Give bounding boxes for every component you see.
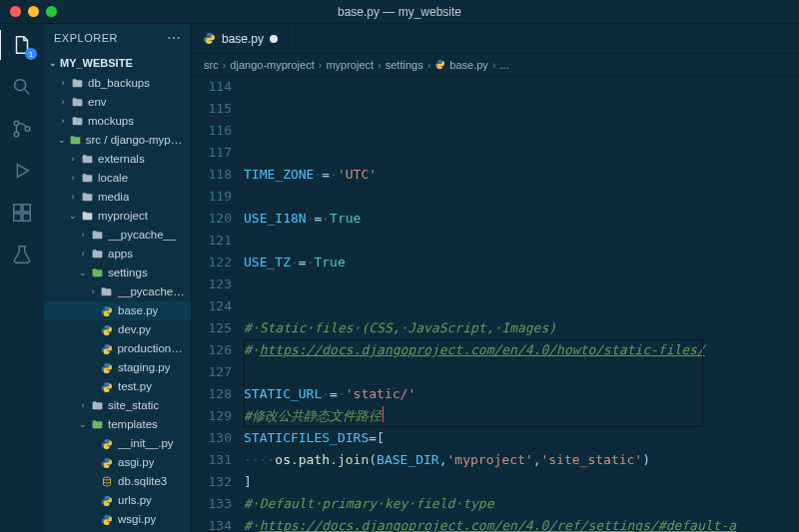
file-item[interactable]: ›urls.py [44, 491, 191, 510]
breadcrumb-part[interactable]: myproject [326, 59, 374, 71]
folder-item[interactable]: ⌄settings [44, 264, 191, 282]
tree-label: __init__.py [118, 434, 174, 453]
tab-base[interactable]: base.py [192, 24, 289, 53]
folder-item[interactable]: ›mockups [44, 112, 191, 131]
folder-icon [70, 77, 84, 91]
minimize-icon[interactable] [28, 6, 39, 17]
breadcrumb-part[interactable]: ... [500, 59, 509, 71]
tree-label: staging.py [118, 358, 170, 377]
tab-row: base.py [192, 24, 799, 54]
folder-item[interactable]: ›externals [44, 150, 191, 169]
code-line[interactable]: STATICFILES_DIRS=[ [244, 427, 799, 449]
file-item[interactable]: ›__init__.py [44, 434, 191, 453]
maximize-icon[interactable] [46, 6, 57, 17]
window-title: base.py — my_website [338, 5, 461, 19]
code-line[interactable]: ] [244, 471, 799, 493]
folder-item[interactable]: ›__pycache__ [44, 282, 191, 301]
tree-label: apps [108, 245, 133, 264]
file-item[interactable]: ›dev.py [44, 320, 191, 339]
source-control-icon[interactable] [9, 116, 35, 142]
breadcrumbs[interactable]: src›django-myproject›myproject›settings›… [192, 54, 799, 76]
code-line[interactable]: #修改公共静态文件路径 [244, 405, 799, 427]
folder-item[interactable]: ⌄myproject [44, 207, 191, 226]
beaker-icon[interactable] [9, 242, 35, 267]
folder-icon [100, 285, 114, 299]
svg-rect-7 [23, 214, 30, 221]
code-line[interactable]: #·Static·files·(CSS,·JavaScript,·Images) [244, 317, 799, 339]
line-number: 120 [192, 208, 232, 230]
code-line[interactable] [244, 230, 799, 252]
code-line[interactable]: USE_TZ·=·True [244, 252, 799, 273]
chevron-icon: › [58, 112, 68, 131]
line-number: 114 [192, 76, 232, 98]
python-icon [100, 437, 114, 451]
code-line[interactable]: USE_I18N·=·True [244, 208, 799, 230]
folder-item[interactable]: ›apps [44, 245, 191, 264]
breadcrumb-part[interactable]: settings [386, 59, 423, 71]
close-icon[interactable] [10, 6, 21, 17]
code-line[interactable] [244, 142, 799, 164]
code-line[interactable] [244, 186, 799, 208]
svg-point-1 [14, 121, 19, 126]
line-number: 129 [192, 405, 232, 427]
chevron-icon: › [78, 245, 88, 264]
extensions-icon[interactable] [9, 200, 35, 226]
folder-icon [90, 248, 104, 262]
folder-item[interactable]: ›locale [44, 169, 191, 188]
file-item[interactable]: ›asgi.py [44, 453, 191, 472]
code-line[interactable] [244, 361, 799, 383]
folder-item[interactable]: ⌄src / django-myproject [44, 131, 191, 150]
tree-label: urls.py [118, 491, 152, 510]
file-item[interactable]: ›test.py [44, 377, 191, 396]
line-number: 132 [192, 471, 232, 493]
file-item[interactable]: ›production.py [44, 339, 191, 358]
folder-item[interactable]: ›__pycache__ [44, 226, 191, 245]
file-item[interactable]: ›db.sqlite3 [44, 472, 191, 491]
breadcrumb-part[interactable]: src [204, 59, 219, 71]
tree-label: asgi.py [118, 453, 154, 472]
search-icon[interactable] [9, 74, 35, 100]
folder-item[interactable]: ›media [44, 188, 191, 207]
folder-item[interactable]: ⌄templates [44, 415, 191, 434]
chevron-icon: › [88, 282, 98, 301]
file-item[interactable]: ›base.py [44, 301, 191, 320]
code-line[interactable]: STATIC_URL·=·'static/' [244, 383, 799, 405]
code-line[interactable] [244, 295, 799, 317]
breadcrumb-part[interactable]: django-myproject [230, 59, 314, 71]
project-name: MY_WEBSITE [60, 57, 133, 69]
tree-label: db.sqlite3 [118, 472, 167, 491]
file-tree[interactable]: ›db_backups›env›mockups⌄src / django-myp… [44, 74, 191, 532]
folder-icon [80, 210, 94, 224]
breadcrumb-part[interactable]: base.py [449, 59, 488, 71]
code-body[interactable]: TIME_ZONE·=·'UTC'USE_I18N·=·TrueUSE_TZ·=… [244, 76, 799, 532]
debug-icon[interactable] [9, 158, 35, 184]
chevron-icon: ⌄ [78, 264, 88, 282]
code-editor[interactable]: 1141151161171181191201211221231241251261… [192, 76, 799, 532]
chevron-icon: › [68, 150, 78, 169]
file-item[interactable]: ›wsgi.py [44, 510, 191, 529]
code-line[interactable]: #·Default·primary·key·field·type [244, 493, 799, 515]
project-header[interactable]: ⌄ MY_WEBSITE [44, 52, 191, 74]
code-line[interactable] [244, 273, 799, 295]
line-number: 116 [192, 120, 232, 142]
file-item[interactable]: ›staging.py [44, 358, 191, 377]
svg-point-0 [15, 80, 26, 91]
code-line[interactable]: #·https://docs.djangoproject.com/en/4.0/… [244, 515, 799, 532]
line-number: 118 [192, 164, 232, 186]
folder-item[interactable]: ›env [44, 93, 191, 112]
folder-item[interactable]: ›db_backups [44, 74, 191, 93]
code-line[interactable]: TIME_ZONE·=·'UTC' [244, 164, 799, 186]
code-line[interactable]: #·https://docs.djangoproject.com/en/4.0/… [244, 339, 799, 361]
code-line[interactable]: ····os.path.join(BASE_DIR,'myproject','s… [244, 449, 799, 471]
files-icon[interactable]: 1 [9, 32, 35, 58]
tree-label: env [88, 93, 107, 112]
line-number: 130 [192, 427, 232, 449]
svg-rect-5 [23, 205, 30, 212]
line-number: 134 [192, 515, 232, 532]
folder-item[interactable]: ›site_static [44, 396, 191, 415]
more-icon[interactable]: ⋯ [167, 30, 182, 46]
tree-label: __pycache__ [108, 226, 176, 245]
tree-label: myproject [98, 207, 148, 226]
line-number: 133 [192, 493, 232, 515]
tree-label: dev.py [118, 320, 151, 339]
